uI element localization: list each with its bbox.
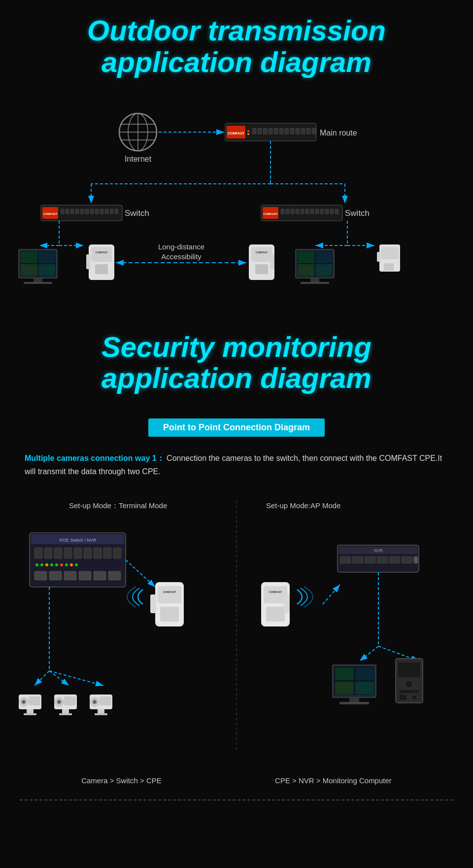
svg-rect-133 [34, 571, 47, 580]
svg-rect-119 [74, 548, 82, 558]
svg-rect-184 [402, 556, 412, 563]
svg-rect-116 [44, 548, 52, 558]
svg-rect-53 [281, 209, 284, 214]
svg-rect-179 [340, 556, 351, 563]
svg-rect-196 [339, 702, 369, 704]
svg-rect-81 [86, 254, 90, 269]
section-outdoor: Outdoor transmission application diagram… [0, 0, 473, 312]
svg-rect-58 [305, 209, 309, 214]
svg-line-146 [34, 671, 49, 686]
svg-rect-80 [95, 264, 108, 274]
svg-rect-201 [400, 695, 406, 700]
svg-text:COMFAST: COMFAST [269, 590, 283, 593]
svg-text:COMFAST: COMFAST [163, 590, 177, 593]
svg-rect-63 [330, 209, 334, 214]
svg-rect-74 [38, 264, 55, 276]
svg-rect-44 [95, 209, 99, 214]
svg-text:Set-up Mode:AP Mode: Set-up Mode:AP Mode [266, 501, 340, 510]
svg-text:COMFAST: COMFAST [228, 132, 245, 135]
security-diagram: Set-up Mode：Terminal Mode Set-up Mode:AP… [10, 493, 463, 769]
svg-rect-169 [95, 713, 107, 715]
svg-rect-185 [414, 556, 418, 563]
bottom-label-left: Camera > Switch > CPE [81, 776, 162, 785]
svg-point-127 [50, 563, 53, 566]
svg-text:POE Switch / NVR: POE Switch / NVR [60, 538, 97, 543]
svg-point-126 [45, 563, 48, 566]
svg-rect-41 [80, 209, 84, 214]
svg-rect-16 [252, 128, 256, 134]
svg-rect-168 [98, 709, 104, 713]
section-security: Security monitoring application diagram … [0, 312, 473, 815]
svg-rect-19 [269, 128, 272, 134]
svg-text:NVR: NVR [374, 548, 383, 553]
svg-point-131 [70, 563, 73, 566]
page-wrapper: Outdoor transmission application diagram… [0, 0, 473, 815]
svg-rect-55 [291, 209, 294, 214]
svg-rect-43 [90, 209, 94, 214]
svg-rect-171 [264, 586, 287, 603]
svg-rect-122 [103, 548, 111, 558]
svg-rect-180 [352, 556, 363, 563]
svg-rect-45 [100, 209, 103, 214]
security-title: Security monitoring application diagram [10, 331, 463, 394]
security-title-line1: Security monitoring [101, 331, 372, 363]
svg-text:Switch: Switch [125, 208, 149, 218]
svg-point-130 [65, 563, 68, 566]
svg-rect-100 [301, 282, 329, 284]
svg-rect-141 [158, 586, 181, 603]
svg-rect-17 [258, 128, 262, 134]
svg-rect-161 [62, 709, 69, 713]
svg-point-159 [58, 701, 60, 703]
svg-rect-78 [91, 247, 112, 262]
svg-rect-123 [113, 548, 121, 558]
svg-rect-25 [301, 128, 305, 134]
svg-rect-138 [108, 571, 121, 580]
svg-text:Accessibility: Accessibility [161, 252, 202, 261]
svg-rect-48 [115, 209, 118, 214]
svg-line-187 [360, 646, 378, 661]
svg-rect-46 [105, 209, 108, 214]
svg-rect-89 [270, 254, 274, 269]
svg-rect-21 [279, 128, 283, 134]
svg-rect-193 [335, 682, 354, 694]
svg-rect-155 [24, 713, 36, 715]
svg-rect-23 [290, 128, 294, 134]
svg-rect-96 [315, 251, 332, 263]
svg-rect-27 [312, 128, 316, 134]
svg-point-202 [412, 695, 417, 700]
svg-rect-115 [34, 548, 42, 558]
svg-rect-143 [160, 607, 179, 622]
svg-rect-183 [389, 556, 400, 563]
svg-rect-76 [24, 282, 52, 284]
svg-point-152 [23, 701, 25, 703]
svg-text:Long-distance: Long-distance [158, 243, 204, 251]
svg-rect-47 [110, 209, 113, 214]
point-to-point-badge: Point to Point Connection Diagram [148, 418, 325, 437]
svg-rect-59 [310, 209, 314, 214]
svg-rect-99 [310, 278, 319, 282]
svg-line-139 [126, 560, 155, 587]
svg-rect-18 [263, 128, 267, 134]
svg-rect-102 [381, 247, 399, 259]
svg-rect-120 [84, 548, 92, 558]
svg-rect-37 [61, 209, 64, 214]
svg-rect-57 [301, 209, 304, 214]
svg-rect-153 [29, 696, 40, 705]
svg-rect-135 [64, 571, 76, 580]
svg-point-125 [40, 563, 43, 566]
svg-rect-194 [355, 682, 374, 694]
outdoor-title-line2: application diagram [101, 46, 372, 78]
svg-rect-121 [94, 548, 101, 558]
svg-rect-167 [100, 696, 111, 705]
svg-text:COMFAST: COMFAST [43, 212, 58, 215]
svg-rect-42 [85, 209, 89, 214]
svg-rect-60 [315, 209, 319, 214]
outdoor-title-line1: Outdoor transmission [87, 14, 386, 46]
svg-rect-198 [398, 662, 420, 677]
svg-point-14 [247, 130, 249, 132]
description-highlight: Multiple cameras connection way 1： [25, 454, 165, 462]
svg-rect-191 [335, 667, 354, 680]
svg-rect-144 [150, 594, 156, 613]
svg-rect-61 [320, 209, 324, 214]
svg-point-199 [405, 680, 413, 688]
